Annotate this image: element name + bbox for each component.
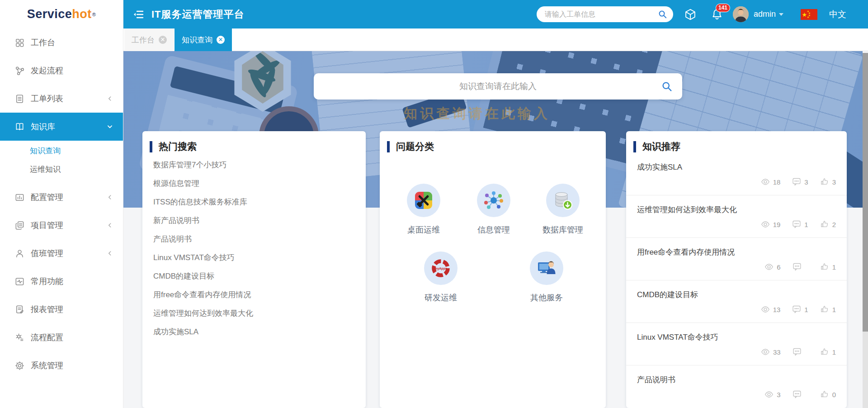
sidebar-item-报表管理[interactable]: 报表管理 [0,295,123,323]
language-switcher[interactable]: 中文 [829,9,846,20]
hot-search-item[interactable]: CMDB的建设目标 [153,267,355,285]
sidebar-item-发起流程[interactable]: 发起流程 [0,57,123,85]
chevron-left-icon [106,221,114,229]
recommend-item[interactable]: Linux VMSTAT命令技巧331 [626,323,847,365]
sidebar-item-配置管理[interactable]: 配置管理 [0,183,123,211]
sidebar-item-工单列表[interactable]: 工单列表 [0,85,123,113]
sidebar-submenu: 知识查询运维知识 [0,141,123,183]
recommend-item[interactable]: 成功实施SLA1833 [626,153,847,195]
tab-bar: 工作台✕知识查询✕ [123,28,868,51]
sidebar-item-流程配置[interactable]: 流程配置 [0,323,123,351]
sidebar-item-项目管理[interactable]: 项目管理 [0,211,123,239]
knowledge-search-icon[interactable] [660,80,673,93]
app-cube-icon[interactable] [684,8,697,21]
sidebar-subitem-知识查询[interactable]: 知识查询 [0,142,123,160]
notifications[interactable]: 141 [710,8,724,21]
tab-close-icon[interactable]: ✕ [159,36,167,44]
problem-categories-title: 问题分类 [396,140,434,153]
category-数据库管理[interactable]: 数据库管理 [531,184,594,235]
view-count: 13 [761,305,781,314]
main-content: 知识查询请在此输入 热门搜索 数据库管理7个小技巧根源信息管理ITSS的信息技术… [123,51,868,408]
recommend-item-title: CMDB的建设目标 [637,280,836,300]
comment-count[interactable]: 1 [792,305,808,314]
like-count[interactable]: 1 [820,347,836,356]
hot-search-item[interactable]: 成功实施SLA [153,323,355,341]
hot-search-item[interactable]: 根源信息管理 [153,174,355,193]
recommend-item[interactable]: 用free命令查看内存使用情况61 [626,238,847,280]
comment-count[interactable] [793,347,808,356]
eye-icon [761,177,770,186]
flow-icon [14,66,25,76]
knowledge-search-input[interactable] [314,73,682,100]
comment-count[interactable] [793,390,808,399]
logo-registered-mark: ® [92,12,96,17]
sidebar-item-常用功能[interactable]: 常用功能 [0,267,123,295]
chevron-left-icon [106,95,114,103]
ticket-search-input[interactable] [545,10,658,19]
vertical-scrollbar[interactable] [863,53,868,408]
category-grid: 桌面运维信息管理数据库管理myApps研发运维其他服务 [380,153,606,397]
hot-search-item[interactable]: 用free命令查看内存使用情况 [153,285,355,304]
china-flag-icon[interactable]: ★ ★ ★ ★ ★ [801,9,817,20]
hot-search-title: 热门搜索 [159,140,197,153]
scrollbar-thumb[interactable] [863,53,868,332]
comment-icon [793,347,802,356]
comment-icon [793,390,802,399]
tab-close-icon[interactable]: ✕ [217,36,225,44]
sidebar-item-label: 知识库 [31,121,55,132]
hot-search-item[interactable]: 新产品说明书 [153,211,355,230]
sidebar-menu: 工作台发起流程工单列表知识库知识查询运维知识配置管理项目管理值班管理常用功能报表… [0,28,123,380]
username[interactable]: admin [754,9,776,19]
svg-text:★: ★ [802,11,807,18]
sidebar-item-工作台[interactable]: 工作台 [0,28,123,57]
category-label: 其他服务 [515,292,578,303]
process-icon [14,332,25,343]
eye-icon [761,347,770,356]
recommend-list: 成功实施SLA1833运维管理如何达到效率最大化1912用free命令查看内存使… [626,153,847,408]
category-研发运维[interactable]: myApps研发运维 [409,251,472,303]
recommend-item-stats: 30 [753,390,836,399]
tab-知识查询[interactable]: 知识查询✕ [175,28,232,51]
sidebar-item-label: 值班管理 [31,248,63,259]
recommend-item[interactable]: 运维管理如何达到效率最大化1912 [626,195,847,238]
category-其他服务[interactable]: 其他服务 [515,251,578,303]
hot-search-item[interactable]: 运维管理如何达到效率最大化 [153,304,355,323]
tab-工作台[interactable]: 工作台✕ [124,28,174,51]
hot-search-item[interactable]: Linux VMSTAT命令技巧 [153,248,355,267]
recommend-item-stats: 1311 [749,305,836,314]
hot-search-item[interactable]: 产品说明书 [153,230,355,248]
category-信息管理[interactable]: 信息管理 [462,184,525,235]
recommend-item[interactable]: CMDB的建设目标1311 [626,280,847,323]
sidebar-item-知识库[interactable]: 知识库 [0,113,123,141]
header-right-cluster: 141 admin ★ ★ ★ ★ ★ [537,6,868,22]
banner-watermark-text: 知识查询请在此输入 [404,104,550,123]
logo: Servicehot® [0,0,123,28]
sidebar-item-值班管理[interactable]: 值班管理 [0,239,123,267]
like-count[interactable]: 2 [820,220,836,229]
top-header: IT服务运营管理平台 [123,0,868,28]
sidebar-item-系统管理[interactable]: 系统管理 [0,351,123,380]
recommend-item-title: 产品说明书 [637,365,836,385]
hot-search-item[interactable]: ITSS的信息技术服务标准库 [153,193,355,211]
search-icon[interactable] [657,9,668,19]
sidebar-subitem-运维知识[interactable]: 运维知识 [0,160,123,179]
sidebar-collapse-icon[interactable] [132,9,144,20]
category-桌面运维[interactable]: 桌面运维 [392,184,455,235]
like-count[interactable]: 0 [820,390,836,399]
hot-search-card: 热门搜索 数据库管理7个小技巧根源信息管理ITSS的信息技术服务标准库新产品说明… [142,131,366,408]
hot-search-item[interactable]: 数据库管理7个小技巧 [153,156,355,174]
notification-badge: 141 [716,4,730,12]
avatar[interactable] [733,6,749,22]
comment-count[interactable]: 1 [792,220,808,229]
like-count[interactable]: 3 [820,177,836,186]
recommend-item[interactable]: 产品说明书30 [626,365,847,408]
like-count[interactable]: 1 [820,262,836,271]
comment-count[interactable]: 3 [792,177,808,186]
view-count: 6 [764,262,780,271]
recommend-item-stats: 61 [753,262,836,271]
view-count: 3 [764,390,780,399]
eye-icon [761,305,770,314]
like-count[interactable]: 1 [820,305,836,314]
comment-count[interactable] [793,262,808,271]
user-dropdown-caret-icon[interactable] [779,13,783,16]
